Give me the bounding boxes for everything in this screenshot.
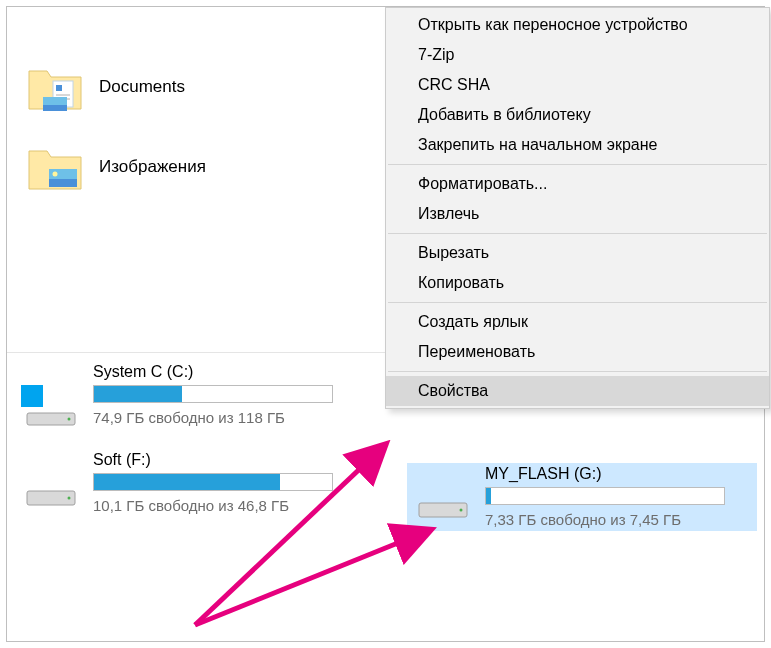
menu-open-portable[interactable]: Открыть как переносное устройство (386, 10, 769, 40)
svg-rect-9 (21, 385, 43, 407)
drive-f-info: Soft (F:) 10,1 ГБ свободно из 46,8 ГБ (93, 451, 333, 514)
folder-documents-label: Documents (99, 77, 185, 97)
menu-copy[interactable]: Копировать (386, 268, 769, 298)
menu-cut[interactable]: Вырезать (386, 238, 769, 268)
menu-eject[interactable]: Извлечь (386, 199, 769, 229)
menu-separator (388, 302, 767, 303)
drive-c-icon (21, 383, 79, 427)
svg-rect-5 (43, 105, 67, 111)
folder-images-icon (27, 139, 83, 195)
explorer-window: Documents Изображения (6, 6, 765, 642)
drive-c-bar (93, 385, 333, 403)
drive-g-name: MY_FLASH (G:) (485, 465, 725, 483)
drive-system-c[interactable]: System C (C:) 74,9 ГБ свободно из 118 ГБ (21, 363, 333, 427)
drive-g-free: 7,33 ГБ свободно из 7,45 ГБ (485, 511, 725, 528)
folder-documents[interactable]: Documents (7, 47, 387, 127)
drive-f-free: 10,1 ГБ свободно из 46,8 ГБ (93, 497, 333, 514)
folder-documents-icon (27, 59, 83, 115)
folder-images[interactable]: Изображения (7, 127, 387, 207)
menu-separator (388, 371, 767, 372)
menu-separator (388, 233, 767, 234)
drive-g-icon (413, 485, 471, 529)
svg-rect-1 (56, 85, 62, 91)
drive-myflash-g[interactable]: MY_FLASH (G:) 7,33 ГБ свободно из 7,45 Г… (407, 463, 757, 531)
svg-point-13 (68, 497, 71, 500)
menu-separator (388, 164, 767, 165)
drive-c-info: System C (C:) 74,9 ГБ свободно из 118 ГБ (93, 363, 333, 426)
drive-soft-f[interactable]: Soft (F:) 10,1 ГБ свободно из 46,8 ГБ (21, 451, 333, 515)
context-menu: Открыть как переносное устройство 7-Zip … (385, 7, 770, 409)
drive-g-info: MY_FLASH (G:) 7,33 ГБ свободно из 7,45 Г… (485, 465, 725, 528)
menu-7zip[interactable]: 7-Zip (386, 40, 769, 70)
menu-pin-start[interactable]: Закрепить на начальном экране (386, 130, 769, 160)
menu-rename[interactable]: Переименовать (386, 337, 769, 367)
svg-rect-7 (49, 179, 77, 187)
drive-f-bar (93, 473, 333, 491)
svg-point-11 (68, 418, 71, 421)
menu-add-library[interactable]: Добавить в библиотеку (386, 100, 769, 130)
menu-crc-sha[interactable]: CRC SHA (386, 70, 769, 100)
menu-format[interactable]: Форматировать... (386, 169, 769, 199)
menu-properties[interactable]: Свойства (386, 376, 769, 406)
folder-images-label: Изображения (99, 157, 206, 177)
drive-c-name: System C (C:) (93, 363, 333, 381)
folders-pane: Documents Изображения (7, 47, 387, 207)
drive-f-name: Soft (F:) (93, 451, 333, 469)
drive-g-bar (485, 487, 725, 505)
drive-f-icon (21, 471, 79, 515)
svg-point-8 (53, 172, 58, 177)
svg-point-15 (460, 509, 463, 512)
menu-create-shortcut[interactable]: Создать ярлык (386, 307, 769, 337)
drive-c-free: 74,9 ГБ свободно из 118 ГБ (93, 409, 333, 426)
